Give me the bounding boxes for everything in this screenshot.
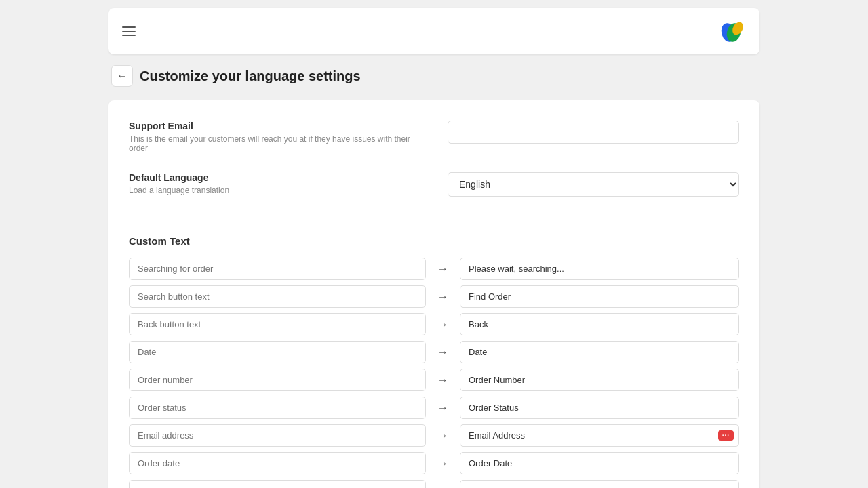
section-divider [129, 216, 739, 216]
arrow-icon: → [433, 430, 453, 442]
arrow-icon: → [433, 374, 453, 386]
custom-text-placeholder-input[interactable] [129, 369, 426, 391]
custom-text-row: → [129, 396, 739, 419]
arrow-icon: → [433, 485, 453, 489]
support-email-label: Support Email [129, 121, 414, 131]
support-email-desc: This is the email your customers will re… [129, 134, 414, 153]
custom-text-value-wrapper [460, 285, 739, 308]
custom-text-placeholder-input[interactable] [129, 341, 426, 363]
custom-text-value-wrapper: ··· [460, 424, 739, 447]
back-button[interactable]: ← [111, 65, 133, 87]
custom-text-placeholder-input[interactable] [129, 480, 426, 488]
page-header: ← Customize your language settings [108, 65, 760, 87]
custom-text-row: → [129, 369, 739, 391]
support-email-input[interactable] [448, 121, 739, 144]
custom-text-placeholder-input[interactable] [129, 313, 426, 336]
custom-text-value-wrapper [460, 480, 739, 488]
arrow-icon: → [433, 263, 453, 275]
custom-text-placeholder-input[interactable] [129, 285, 426, 308]
support-email-label-group: Support Email This is the email your cus… [129, 121, 414, 153]
custom-text-row: →··· [129, 424, 739, 447]
arrow-icon: → [433, 346, 453, 359]
main-container: ← Customize your language settings Suppo… [108, 8, 760, 488]
custom-text-value-wrapper [460, 313, 739, 336]
custom-text-rows: →→→→→→→···→→→→→ [129, 258, 739, 488]
arrow-icon: → [433, 402, 453, 414]
custom-text-placeholder-input[interactable] [129, 258, 426, 280]
hamburger-button[interactable] [122, 26, 136, 36]
custom-text-value-input[interactable] [460, 258, 739, 280]
arrow-icon: → [433, 319, 453, 331]
custom-text-placeholder-input[interactable] [129, 396, 426, 419]
custom-text-value-wrapper [460, 452, 739, 474]
page-title: Customize your language settings [140, 68, 361, 84]
status-badge: ··· [718, 430, 734, 441]
default-language-desc: Load a language translation [129, 186, 414, 195]
custom-text-value-input[interactable] [460, 341, 739, 363]
app-logo [719, 18, 746, 45]
custom-text-value-input[interactable] [460, 313, 739, 336]
custom-text-value-wrapper [460, 396, 739, 419]
custom-text-row: → [129, 285, 739, 308]
default-language-label: Default Language [129, 172, 414, 183]
custom-text-value-input[interactable] [460, 396, 739, 419]
top-nav [108, 8, 760, 54]
custom-text-value-input[interactable] [460, 452, 739, 474]
custom-text-value-input[interactable] [460, 480, 739, 488]
default-language-label-group: Default Language Load a language transla… [129, 172, 414, 195]
default-language-select[interactable]: English French Spanish German [448, 172, 739, 197]
support-email-row: Support Email This is the email your cus… [129, 121, 739, 153]
content-card: Support Email This is the email your cus… [108, 100, 760, 488]
default-language-row: Default Language Load a language transla… [129, 172, 739, 197]
custom-text-placeholder-input[interactable] [129, 424, 426, 447]
custom-text-row: → [129, 313, 739, 336]
custom-text-value-wrapper [460, 258, 739, 280]
custom-text-value-input[interactable] [460, 369, 739, 391]
arrow-icon: → [433, 291, 453, 303]
custom-text-row: → [129, 480, 739, 488]
support-email-input-group [448, 121, 739, 144]
custom-text-row: → [129, 452, 739, 474]
custom-text-section-title: Custom Text [129, 235, 739, 247]
custom-text-value-input[interactable] [460, 424, 739, 447]
custom-text-value-wrapper [460, 369, 739, 391]
default-language-input-group: English French Spanish German [448, 172, 739, 197]
custom-text-value-input[interactable] [460, 285, 739, 308]
custom-text-row: → [129, 258, 739, 280]
custom-text-value-wrapper [460, 341, 739, 363]
arrow-icon: → [433, 458, 453, 470]
custom-text-placeholder-input[interactable] [129, 452, 426, 474]
custom-text-row: → [129, 341, 739, 363]
